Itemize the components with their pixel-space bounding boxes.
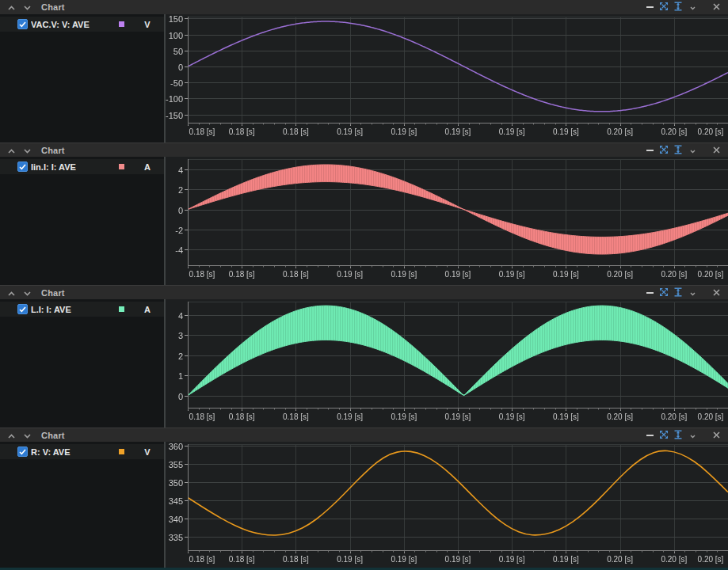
chart-options-dropdown[interactable]: [686, 430, 699, 441]
minimize-button[interactable]: [643, 2, 656, 13]
signal-list-sidebar: Iin.I: I: AVE A: [0, 157, 164, 285]
chevron-up-icon: [8, 2, 15, 12]
chevron-down-icon: [24, 146, 31, 155]
chart-panel: Chart VAC.V: V: AVE V: [0, 0, 728, 142]
waveform-plot-vac-voltage[interactable]: [166, 14, 728, 142]
close-icon: [713, 2, 720, 12]
fit-vertical-button[interactable]: [672, 287, 684, 298]
panel-titlebar: Chart: [0, 142, 728, 157]
chart-options-dropdown[interactable]: [686, 2, 699, 13]
signal-list-sidebar: VAC.V: V: AVE V: [0, 14, 164, 142]
expand-arrows-icon: [659, 145, 669, 156]
legend-item: Iin.I: I: AVE A: [0, 159, 164, 174]
chevron-down-icon: [24, 288, 31, 298]
close-icon: [713, 288, 720, 298]
signal-name-label: R: V: AVE: [31, 447, 119, 457]
signal-color-swatch: [119, 306, 124, 312]
fit-vertical-button[interactable]: [672, 430, 684, 441]
signal-visibility-checkbox[interactable]: [17, 446, 28, 457]
panel-title: Chart: [41, 146, 65, 155]
chevron-down-icon: [24, 431, 31, 440]
signal-list-sidebar: L.I: I: AVE A: [0, 299, 164, 428]
chart-workspace: Chart VAC.V: V: AVE V: [0, 0, 728, 570]
chevron-up-icon: [8, 146, 15, 155]
chevron-up-icon: [8, 431, 15, 440]
panel-move-up-button[interactable]: [5, 145, 17, 156]
minimize-icon: [646, 431, 654, 440]
signal-visibility-checkbox[interactable]: [17, 304, 28, 314]
minimize-button[interactable]: [643, 430, 656, 441]
panel-move-up-button[interactable]: [5, 287, 17, 298]
fit-vertical-button[interactable]: [672, 145, 684, 156]
close-panel-button[interactable]: [710, 287, 722, 298]
signal-color-swatch: [119, 449, 124, 454]
close-icon: [713, 431, 720, 440]
chevron-up-icon: [8, 288, 15, 298]
chevron-down-icon: [24, 2, 31, 12]
signal-unit-label: A: [142, 162, 153, 172]
panel-move-down-button[interactable]: [21, 2, 33, 13]
expand-arrows-icon: [659, 287, 669, 298]
fit-view-button[interactable]: [657, 430, 670, 441]
minimize-button[interactable]: [643, 287, 656, 298]
signal-unit-label: V: [142, 447, 153, 457]
chart-panel: Chart L.I: I: AVE A: [0, 285, 728, 428]
close-panel-button[interactable]: [710, 145, 722, 156]
panel-move-down-button[interactable]: [21, 287, 33, 298]
close-panel-button[interactable]: [710, 430, 722, 441]
legend-item: R: V: AVE V: [0, 444, 164, 459]
signal-unit-label: V: [142, 20, 153, 29]
chart-options-dropdown[interactable]: [686, 287, 699, 298]
panel-title: Chart: [41, 431, 65, 440]
signal-name-label: L.I: I: AVE: [31, 305, 119, 314]
fit-height-icon: [673, 2, 683, 13]
legend-item: L.I: I: AVE A: [0, 302, 164, 317]
fit-view-button[interactable]: [657, 145, 670, 156]
fit-view-button[interactable]: [657, 2, 670, 13]
fit-height-icon: [673, 430, 683, 441]
signal-list-sidebar: R: V: AVE V: [0, 442, 164, 570]
chevron-down-small-icon: [690, 146, 696, 155]
minimize-icon: [646, 288, 654, 298]
waveform-plot-output-voltage[interactable]: [166, 442, 728, 570]
signal-color-swatch: [119, 164, 124, 169]
chart-panel: Chart R: V: AVE V: [0, 428, 728, 570]
fit-height-icon: [673, 145, 683, 156]
panel-move-down-button[interactable]: [21, 430, 33, 441]
signal-name-label: VAC.V: V: AVE: [31, 20, 119, 29]
minimize-button[interactable]: [643, 145, 656, 156]
signal-visibility-checkbox[interactable]: [17, 162, 28, 172]
signal-unit-label: A: [142, 305, 153, 314]
signal-name-label: Iin.I: I: AVE: [31, 162, 119, 172]
waveform-plot-inductor-current[interactable]: [166, 299, 728, 428]
fit-vertical-button[interactable]: [672, 2, 684, 13]
legend-item: VAC.V: V: AVE V: [0, 17, 164, 32]
chevron-down-small-icon: [690, 431, 696, 440]
panel-titlebar: Chart: [0, 285, 728, 299]
panel-title: Chart: [41, 2, 65, 12]
panel-move-down-button[interactable]: [21, 145, 33, 156]
close-panel-button[interactable]: [710, 2, 722, 13]
panel-title: Chart: [41, 288, 65, 298]
signal-color-swatch: [119, 21, 124, 27]
fit-height-icon: [673, 287, 683, 298]
panel-titlebar: Chart: [0, 428, 728, 442]
chevron-down-small-icon: [690, 288, 696, 298]
expand-arrows-icon: [659, 2, 669, 13]
panel-titlebar: Chart: [0, 0, 728, 14]
minimize-icon: [646, 146, 654, 155]
fit-view-button[interactable]: [657, 287, 670, 298]
chart-panel: Chart Iin.I: I: AVE A: [0, 142, 728, 285]
panel-move-up-button[interactable]: [5, 430, 17, 441]
panel-move-up-button[interactable]: [5, 2, 17, 13]
minimize-icon: [646, 2, 654, 12]
chart-options-dropdown[interactable]: [686, 145, 699, 156]
expand-arrows-icon: [659, 430, 669, 441]
waveform-plot-input-current[interactable]: [166, 157, 728, 285]
chevron-down-small-icon: [690, 2, 696, 12]
signal-visibility-checkbox[interactable]: [17, 19, 28, 29]
close-icon: [713, 146, 720, 155]
